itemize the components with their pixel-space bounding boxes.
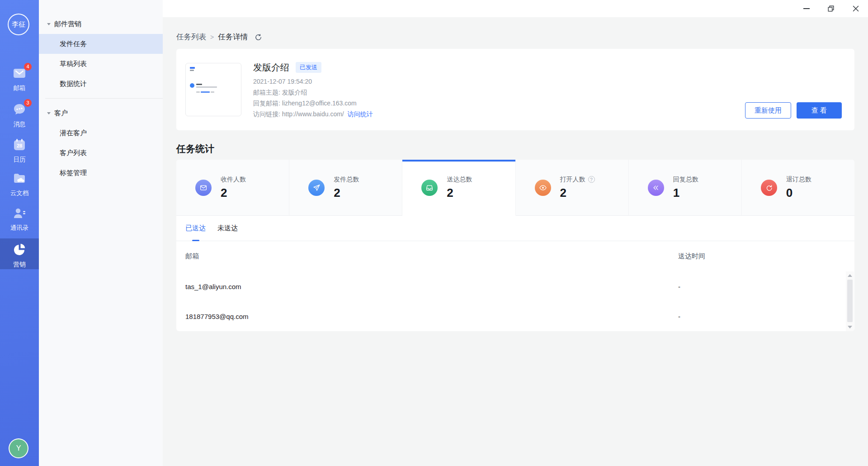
stat-value: 0 <box>786 186 811 200</box>
inbox-icon <box>421 180 438 196</box>
scrollbar-thumb[interactable] <box>847 280 853 322</box>
visit-statistics-link[interactable]: 访问统计 <box>348 110 373 118</box>
cloud-doc-icon <box>12 171 27 185</box>
send-icon <box>308 180 325 196</box>
sidebar-divider <box>45 98 163 99</box>
scroll-up-icon[interactable] <box>848 274 852 277</box>
titlebar <box>163 0 868 17</box>
view-button[interactable]: 查 看 <box>797 102 842 119</box>
messages-badge: 3 <box>24 99 32 107</box>
section-title-task-statistics: 任务统计 <box>176 143 214 155</box>
sidebar-item-potential-customers[interactable]: 潜在客户 <box>39 123 163 143</box>
refresh-icon[interactable] <box>255 33 262 41</box>
mail-icon: 4 <box>12 66 27 81</box>
rail-item-contacts[interactable]: 通讯录 <box>0 206 39 232</box>
stat-card-recipients[interactable]: 收件人数 2 <box>176 160 289 216</box>
task-title: 发版介绍 <box>253 62 289 74</box>
chat-icon: 3 <box>12 102 27 117</box>
stat-value: 2 <box>221 186 246 200</box>
rail-item-mail[interactable]: 4 邮箱 <box>0 66 39 92</box>
sidebar-item-draft-list[interactable]: 草稿列表 <box>39 54 163 74</box>
envelope-icon <box>195 180 212 196</box>
stat-value: 1 <box>673 186 698 200</box>
reply-all-icon <box>648 180 664 196</box>
breadcrumb-task-detail: 任务详情 <box>218 32 248 42</box>
reuse-button[interactable]: 重新使用 <box>745 102 791 119</box>
calendar-icon: 28 <box>12 138 27 152</box>
email-preview-thumbnail[interactable] <box>185 63 241 116</box>
tab-undelivered[interactable]: 未送达 <box>217 216 238 241</box>
redo-icon <box>761 180 777 196</box>
mail-badge: 4 <box>24 63 32 71</box>
main-content: 任务列表 > 任务详情 发版介绍 已发送 2021-12- <box>163 17 868 466</box>
chevron-down-icon <box>47 23 51 25</box>
task-summary-card: 发版介绍 已发送 2021-12-07 19:54:20 邮箱主题: 发版介绍 … <box>176 49 854 130</box>
task-datetime: 2021-12-07 19:54:20 <box>253 78 373 85</box>
breadcrumb: 任务列表 > 任务详情 <box>176 32 262 42</box>
minimize-icon <box>803 8 810 9</box>
sidebar-item-tag-management[interactable]: 标签管理 <box>39 163 163 183</box>
row-delivery-time: - <box>678 283 854 290</box>
svg-text:28: 28 <box>17 143 22 148</box>
sidebar-item-statistics[interactable]: 数据统计 <box>39 74 163 94</box>
tab-delivered[interactable]: 已送达 <box>185 216 206 241</box>
stat-cards-row: 收件人数 2 发件总数 2 <box>176 160 854 216</box>
stat-card-sent-total[interactable]: 发件总数 2 <box>289 160 402 216</box>
task-info: 发版介绍 已发送 2021-12-07 19:54:20 邮箱主题: 发版介绍 … <box>253 61 373 118</box>
sidebar: 邮件营销 发件任务 草稿列表 数据统计 客户 潜在客户 客户列表 标签管理 <box>39 0 163 466</box>
stat-card-unsubscribes[interactable]: 退订总数 0 <box>742 160 854 216</box>
task-visit-link: 访问链接: http://www.baidu.com/访问统计 <box>253 111 373 118</box>
stat-value: 2 <box>334 186 359 200</box>
row-email: tas_1@aliyun.com <box>176 283 678 290</box>
rail-item-calendar[interactable]: 28 日历 <box>0 138 39 164</box>
restore-icon <box>828 5 834 12</box>
table-row: tas_1@aliyun.com - <box>176 271 854 301</box>
task-actions: 重新使用 查 看 <box>745 102 842 119</box>
minimize-button[interactable] <box>796 0 817 17</box>
table-row: 181877953@qq.com - <box>176 301 854 331</box>
chevron-down-icon <box>47 112 51 114</box>
stat-value: 2 <box>447 186 472 200</box>
column-header-delivery-time: 送达时间 <box>678 252 854 261</box>
pie-chart-icon <box>12 243 27 257</box>
secondary-avatar[interactable]: Y <box>9 438 28 458</box>
close-button[interactable] <box>845 0 866 17</box>
table-scrollbar[interactable] <box>846 271 854 331</box>
rail-item-marketing[interactable]: 营销 <box>0 238 39 269</box>
help-icon[interactable]: ? <box>588 176 595 183</box>
row-delivery-time: - <box>678 313 854 320</box>
left-rail: 李征 4 邮箱 3 消息 <box>0 0 39 466</box>
breadcrumb-separator: > <box>210 33 214 41</box>
user-avatar[interactable]: 李征 <box>8 14 29 35</box>
sidebar-item-send-tasks[interactable]: 发件任务 <box>39 34 163 54</box>
rail-item-messages[interactable]: 3 消息 <box>0 102 39 128</box>
eye-icon <box>535 180 551 196</box>
app-window: 李征 4 邮箱 3 消息 <box>0 0 868 466</box>
stat-card-replies[interactable]: 回复总数 1 <box>629 160 742 216</box>
task-reply-address: 回复邮箱: lizheng12@office.163.com <box>253 100 373 107</box>
stat-value: 2 <box>560 186 595 200</box>
close-icon <box>853 5 859 12</box>
column-header-email: 邮箱 <box>176 252 678 261</box>
sidebar-group-customers[interactable]: 客户 <box>39 103 163 123</box>
rail-item-cloud-docs[interactable]: 云文档 <box>0 171 39 197</box>
scroll-down-icon[interactable] <box>848 326 852 328</box>
breadcrumb-task-list[interactable]: 任务列表 <box>176 32 206 42</box>
sidebar-item-customer-list[interactable]: 客户列表 <box>39 143 163 163</box>
table-header: 邮箱 送达时间 <box>176 241 854 271</box>
stat-card-delivered-total[interactable]: 送达总数 2 <box>402 160 515 216</box>
task-subject: 邮箱主题: 发版介绍 <box>253 89 373 96</box>
restore-button[interactable] <box>821 0 841 17</box>
row-email: 181877953@qq.com <box>176 313 678 320</box>
stat-card-opened[interactable]: 打开人数 ? 2 <box>516 160 629 216</box>
status-badge: 已发送 <box>296 62 321 73</box>
statistics-panel: 收件人数 2 发件总数 2 <box>176 160 854 331</box>
sidebar-group-email-marketing[interactable]: 邮件营销 <box>39 14 163 34</box>
contacts-icon <box>12 206 27 220</box>
delivery-tabs: 已送达 未送达 <box>176 216 854 241</box>
